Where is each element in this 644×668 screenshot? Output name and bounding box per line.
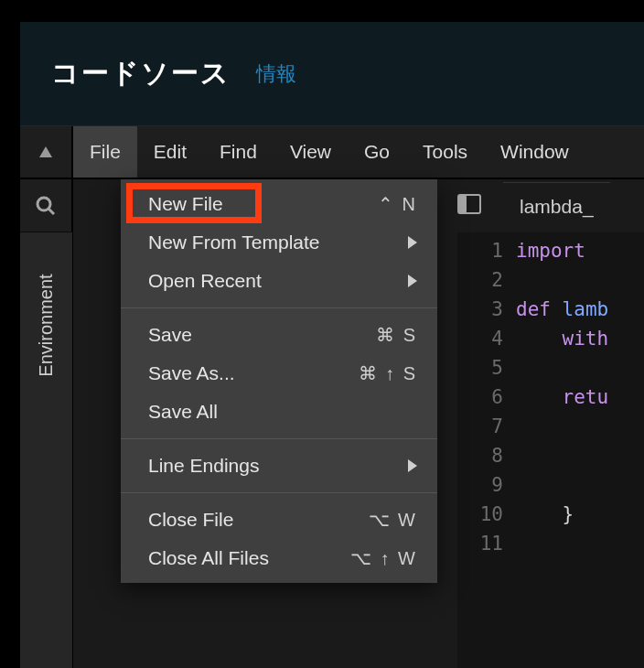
code-content[interactable]: import def lamb with retu } [516,236,644,668]
menu-view[interactable]: View [274,126,348,178]
menu-close-all-files[interactable]: Close All Files ⌥ ↑ W [121,539,437,577]
header: コードソース 情報 [20,22,644,126]
code-editor[interactable]: 1234567891011 import def lamb with retu … [457,232,644,668]
token-def: def [516,298,551,320]
svg-marker-7 [408,459,417,472]
menu-tools[interactable]: Tools [406,126,484,178]
token-func: lamb [563,298,609,320]
shortcut: ⌥ ↑ W [350,547,417,569]
editor-tab[interactable]: lambda_ [503,182,610,231]
token-return: retu [563,386,609,408]
menu-new-file[interactable]: New File ⌃ N [121,185,437,223]
menu-close-file[interactable]: Close File ⌥ W [121,501,437,539]
chevron-right-icon [408,232,417,253]
menu-file[interactable]: File [73,126,137,178]
menu-item-label: Close All Files [148,547,269,569]
svg-point-1 [38,198,50,210]
menu-line-endings[interactable]: Line Endings [121,447,437,485]
divider [121,438,437,439]
menu-new-from-template[interactable]: New From Template [121,223,437,262]
menu-item-label: Save All [148,401,218,423]
search-button[interactable] [20,179,73,232]
svg-marker-0 [39,146,52,157]
menu-go[interactable]: Go [348,126,406,178]
sidebar-label: Environment [36,274,57,376]
menu-save-all[interactable]: Save All [121,393,437,431]
menu-item-label: New File [148,193,223,215]
app-frame: コードソース 情報 File Edit Find View Go Tools W… [20,22,644,668]
menu-item-label: Save [148,324,192,346]
chevron-right-icon [408,455,417,477]
menu-item-label: Save As... [148,362,235,384]
line-gutter: 1234567891011 [457,236,516,668]
token-brace: } [563,503,574,525]
menu-save[interactable]: Save ⌘ S [121,316,437,354]
ide: File Edit Find View Go Tools Window lamb… [20,126,644,668]
menubar: File Edit Find View Go Tools Window [20,126,644,179]
shortcut: ⌥ W [369,509,417,531]
info-link[interactable]: 情報 [256,60,296,88]
svg-marker-6 [408,275,417,287]
shortcut: ⌃ N [378,193,417,215]
divider [121,307,437,308]
search-icon [35,195,57,217]
divider [121,492,437,493]
menu-item-label: Line Endings [148,455,259,477]
menu-find[interactable]: Find [203,126,274,178]
shortcut: ⌘ S [376,324,417,346]
svg-line-2 [48,209,54,214]
svg-rect-4 [458,195,467,213]
split-view-icon[interactable] [457,194,481,218]
shortcut: ⌘ ↑ S [359,362,417,384]
menu-window[interactable]: Window [484,126,585,178]
collapse-button[interactable] [20,126,73,178]
token-with: with [563,328,609,350]
triangle-up-icon [39,146,52,157]
menu-item-label: Close File [148,509,233,531]
menu-edit[interactable]: Edit [137,126,203,178]
chevron-right-icon [408,270,417,292]
menu-item-label: Open Recent [148,270,262,292]
tab-strip: lambda_ [457,179,610,232]
menu-save-as[interactable]: Save As... ⌘ ↑ S [121,354,437,393]
file-menu-dropdown: New File ⌃ N New From Template Open Rece… [121,179,437,583]
svg-marker-5 [408,236,417,249]
menu-open-recent[interactable]: Open Recent [121,262,437,300]
page-title: コードソース [51,55,231,92]
token-import: import [516,240,585,262]
sidebar[interactable]: Environment [20,232,73,668]
menu-item-label: New From Template [148,232,320,253]
